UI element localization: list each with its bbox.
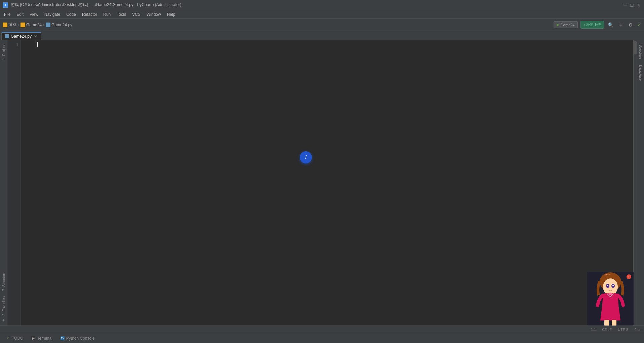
breadcrumb-sep-2: › — [43, 23, 44, 27]
line-separator[interactable]: CRLF — [601, 328, 613, 332]
terminal-label: Terminal — [37, 336, 52, 341]
breadcrumb-project[interactable]: 游戏 — [3, 22, 16, 28]
cursor-position[interactable]: 1:1 — [590, 328, 597, 332]
right-panel: Structure Database — [637, 40, 644, 326]
breadcrumb-folder[interactable]: Game24 — [21, 23, 42, 27]
svg-point-7 — [612, 285, 614, 286]
menu-window[interactable]: Window — [144, 11, 164, 18]
bottom-toolbar: ✓ TODO ▶ Terminal Py Python Console — [0, 333, 644, 343]
notification-dot: ! — [627, 274, 631, 279]
svg-point-6 — [607, 285, 608, 286]
svg-rect-9 — [612, 320, 616, 326]
breadcrumb: 游戏 › Game24 › Game24.py — [3, 22, 72, 28]
upload-button[interactable]: ↑ 极速上传 — [580, 21, 604, 29]
run-button[interactable]: ▶ Game24 — [554, 21, 577, 28]
svg-point-10 — [609, 293, 612, 295]
search-button[interactable]: 🔍 — [607, 21, 614, 29]
breadcrumb-file[interactable]: Game24.py — [46, 23, 72, 27]
python-console-icon: Py — [61, 336, 65, 340]
todo-label: TODO — [12, 336, 23, 341]
terminal-icon: ▶ — [31, 336, 35, 340]
maximize-button[interactable]: □ — [629, 2, 635, 8]
toolbar-left: 游戏 › Game24 › Game24.py — [3, 22, 72, 28]
menu-view[interactable]: View — [27, 11, 41, 18]
character-decoration: ! — [587, 272, 634, 326]
minimize-button[interactable]: ─ — [622, 2, 628, 8]
editor-content[interactable] — [21, 40, 633, 43]
close-button[interactable]: ✕ — [636, 2, 641, 8]
cursor-symbol: I — [305, 155, 307, 160]
menu-help[interactable]: Help — [164, 11, 178, 18]
run-icon: ▶ — [557, 23, 559, 27]
app-icon — [3, 2, 8, 8]
menu-navigate[interactable]: Navigate — [42, 11, 63, 18]
menu-run[interactable]: Run — [100, 11, 113, 18]
toolbar: 游戏 › Game24 › Game24.py ▶ Game24 ↑ 极速上传 … — [0, 19, 644, 31]
menu-edit[interactable]: Edit — [14, 11, 26, 18]
tab-close-button[interactable]: ✕ — [33, 34, 38, 39]
menu-tools[interactable]: Tools — [114, 11, 129, 18]
bottom-tab-todo[interactable]: ✓ TODO — [3, 334, 27, 342]
line-number-1: 1 — [7, 42, 18, 48]
encoding[interactable]: UTF-8 — [617, 328, 629, 332]
menu-refactor[interactable]: Refactor — [79, 11, 100, 18]
project-panel-tab[interactable]: 1: Project — [1, 42, 7, 63]
structure-panel-tab[interactable]: 7: Structure — [1, 269, 7, 294]
svg-rect-8 — [604, 320, 609, 326]
indent-spaces[interactable]: 4 st — [633, 328, 641, 332]
list-button[interactable]: ≡ — [617, 21, 624, 29]
project-folder-icon — [3, 23, 7, 27]
menu-file[interactable]: File — [1, 11, 13, 18]
checkmark-icon: ✓ — [637, 22, 641, 28]
upload-label: 极速上传 — [586, 22, 601, 27]
editor-area[interactable]: I — [21, 40, 633, 326]
character-svg — [587, 272, 634, 326]
scrollbar-thumb[interactable] — [634, 41, 637, 54]
server-panel-tab[interactable]: Structure — [638, 42, 644, 62]
folder-icon — [21, 23, 25, 27]
database-panel-tab[interactable]: Database — [638, 62, 644, 83]
text-cursor — [37, 42, 38, 47]
bottom-tab-python-console[interactable]: Py Python Console — [57, 334, 98, 342]
tab-label: Game24.py — [11, 34, 32, 39]
python-console-label: Python Console — [66, 336, 95, 341]
title-bar-controls: ─ □ ✕ — [622, 2, 641, 8]
tab-bar: Game24.py ✕ — [0, 31, 644, 40]
line-gutter: 1 — [7, 40, 21, 326]
menu-code[interactable]: Code — [64, 11, 79, 18]
favorites-panel-tab[interactable]: 2: Favorites — [1, 294, 7, 318]
title-bar: 游戏 [C:\Users\Administrator\Desktop\游戏] -… — [0, 0, 644, 10]
cursor-indicator: I — [300, 151, 312, 163]
left-panel: 1: Project 7: Structure 2: Favorites + — [0, 40, 7, 326]
settings-button[interactable]: ⚙ — [627, 21, 634, 29]
title-text: 游戏 [C:\Users\Administrator\Desktop\游戏] -… — [11, 2, 181, 8]
file-icon — [46, 23, 50, 27]
todo-icon: ✓ — [6, 336, 10, 340]
status-bar: 1:1 CRLF UTF-8 4 st — [0, 326, 644, 333]
toolbar-right: ▶ Game24 ↑ 极速上传 🔍 ≡ ⚙ ✓ — [554, 21, 641, 29]
menu-bar: File Edit View Navigate Code Refactor Ru… — [0, 10, 644, 19]
upload-icon: ↑ — [583, 23, 586, 27]
bottom-tab-terminal[interactable]: ▶ Terminal — [28, 334, 55, 342]
title-bar-left: 游戏 [C:\Users\Administrator\Desktop\游戏] -… — [3, 2, 181, 8]
tab-file-icon — [5, 34, 9, 38]
tab-game24py[interactable]: Game24.py ✕ — [1, 32, 41, 40]
add-panel-btn[interactable]: + — [2, 318, 5, 323]
menu-vcs[interactable]: VCS — [129, 11, 143, 18]
status-bar-right: 1:1 CRLF UTF-8 4 st — [590, 328, 641, 332]
run-label: Game24 — [560, 23, 574, 27]
breadcrumb-sep-1: › — [18, 23, 19, 27]
